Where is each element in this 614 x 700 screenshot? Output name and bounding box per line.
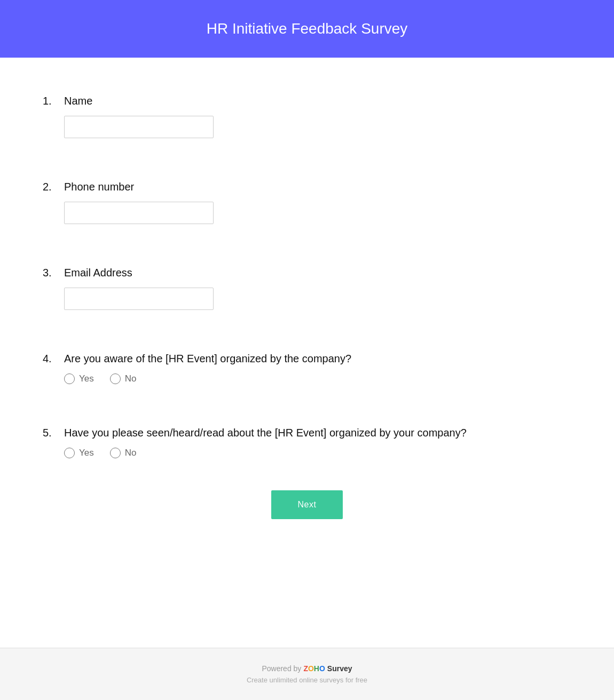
question-4-radio-group: Yes No	[64, 373, 571, 384]
question-2-text: Phone number	[64, 181, 134, 193]
question-3-block: 3. Email Address	[43, 256, 571, 321]
footer-powered-by: Powered by ZOHO Survey	[11, 664, 603, 673]
question-5-yes-label: Yes	[79, 448, 94, 458]
question-5-radio-group: Yes No	[64, 448, 571, 458]
phone-input[interactable]	[64, 202, 214, 224]
question-5-text: Have you please seen/heard/read about th…	[64, 427, 467, 439]
question-1-text: Name	[64, 95, 92, 107]
question-1-number: 1.	[43, 95, 64, 107]
zoho-logo: ZOHO	[303, 664, 325, 673]
footer: Powered by ZOHO Survey Create unlimited …	[0, 648, 614, 700]
survey-title: HR Initiative Feedback Survey	[11, 20, 603, 37]
question-5-label: 5. Have you please seen/heard/read about…	[43, 427, 571, 439]
next-button[interactable]: Next	[271, 490, 343, 519]
question-3-number: 3.	[43, 267, 64, 279]
question-2-label: 2. Phone number	[43, 181, 571, 193]
zoho-survey-text: Survey	[327, 664, 352, 673]
zoho-o1: O	[308, 664, 314, 673]
question-5-no-radio[interactable]	[110, 448, 121, 458]
question-2-number: 2.	[43, 181, 64, 193]
powered-by-text: Powered by	[262, 664, 301, 673]
question-4-yes-radio[interactable]	[64, 373, 75, 384]
question-1-label: 1. Name	[43, 95, 571, 107]
zoho-o2: O	[319, 664, 325, 673]
question-5-no-label: No	[125, 448, 137, 458]
question-4-number: 4.	[43, 353, 64, 365]
name-input[interactable]	[64, 116, 214, 138]
question-4-block: 4. Are you aware of the [HR Event] organ…	[43, 342, 571, 395]
question-5-no-option[interactable]: No	[110, 448, 137, 458]
question-5-yes-option[interactable]: Yes	[64, 448, 94, 458]
question-4-label: 4. Are you aware of the [HR Event] organ…	[43, 353, 571, 365]
question-4-no-label: No	[125, 373, 137, 384]
next-button-container: Next	[43, 490, 571, 519]
question-4-no-option[interactable]: No	[110, 373, 137, 384]
question-2-block: 2. Phone number	[43, 170, 571, 235]
question-1-block: 1. Name	[43, 84, 571, 149]
main-content: 1. Name 2. Phone number 3. Email Address…	[0, 58, 614, 648]
question-3-text: Email Address	[64, 267, 132, 279]
question-3-label: 3. Email Address	[43, 267, 571, 279]
zoho-h: H	[314, 664, 319, 673]
question-4-text: Are you aware of the [HR Event] organize…	[64, 353, 351, 365]
footer-tagline: Create unlimited online surveys for free	[11, 676, 603, 684]
question-4-yes-label: Yes	[79, 373, 94, 384]
zoho-z: Z	[303, 664, 308, 673]
question-5-number: 5.	[43, 427, 64, 439]
question-5-yes-radio[interactable]	[64, 448, 75, 458]
question-4-no-radio[interactable]	[110, 373, 121, 384]
question-5-block: 5. Have you please seen/heard/read about…	[43, 416, 571, 469]
email-input[interactable]	[64, 288, 214, 310]
question-4-yes-option[interactable]: Yes	[64, 373, 94, 384]
survey-header: HR Initiative Feedback Survey	[0, 0, 614, 58]
